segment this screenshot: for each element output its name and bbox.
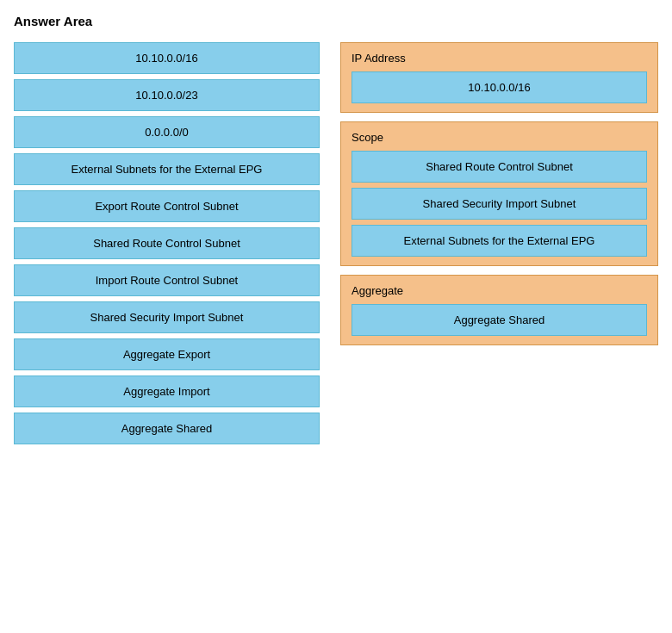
scope-box-title: Scope (352, 131, 647, 144)
scope-item-3[interactable]: External Subnets for the External EPG (352, 225, 647, 257)
left-item-item-11[interactable]: Aggregate Shared (14, 413, 320, 444)
right-column: IP Address10.10.0.0/16ScopeShared Route … (340, 42, 658, 345)
left-item-item-2[interactable]: 10.10.0.0/23 (14, 79, 320, 111)
ip-address-box: IP Address10.10.0.0/16 (340, 42, 658, 113)
left-item-item-1[interactable]: 10.10.0.0/16 (14, 42, 320, 74)
ip-address-box-content: 10.10.0.0/16 (352, 71, 647, 103)
answer-area: 10.10.0.0/1610.10.0.0/230.0.0.0/0Externa… (14, 42, 658, 444)
left-item-item-8[interactable]: Shared Security Import Subnet (14, 301, 320, 333)
scope-item-2[interactable]: Shared Security Import Subnet (352, 188, 647, 220)
left-item-item-9[interactable]: Aggregate Export (14, 338, 320, 370)
left-item-item-6[interactable]: Shared Route Control Subnet (14, 227, 320, 259)
left-item-item-3[interactable]: 0.0.0.0/0 (14, 116, 320, 148)
left-item-item-7[interactable]: Import Route Control Subnet (14, 264, 320, 296)
left-column: 10.10.0.0/1610.10.0.0/230.0.0.0/0Externa… (14, 42, 320, 444)
left-item-item-4[interactable]: External Subnets for the External EPG (14, 153, 320, 185)
ip-item-1[interactable]: 10.10.0.0/16 (352, 71, 647, 103)
scope-box-content: Shared Route Control SubnetShared Securi… (352, 151, 647, 257)
aggregate-box: AggregateAggregate Shared (340, 275, 658, 345)
scope-item-1[interactable]: Shared Route Control Subnet (352, 151, 647, 183)
page-title: Answer Area (14, 14, 658, 28)
ip-address-box-title: IP Address (352, 52, 647, 65)
left-item-item-10[interactable]: Aggregate Import (14, 375, 320, 407)
scope-box: ScopeShared Route Control SubnetShared S… (340, 121, 658, 266)
left-item-item-5[interactable]: Export Route Control Subnet (14, 190, 320, 222)
aggregate-box-content: Aggregate Shared (352, 304, 647, 336)
agg-item-1[interactable]: Aggregate Shared (352, 304, 647, 336)
aggregate-box-title: Aggregate (352, 284, 647, 297)
